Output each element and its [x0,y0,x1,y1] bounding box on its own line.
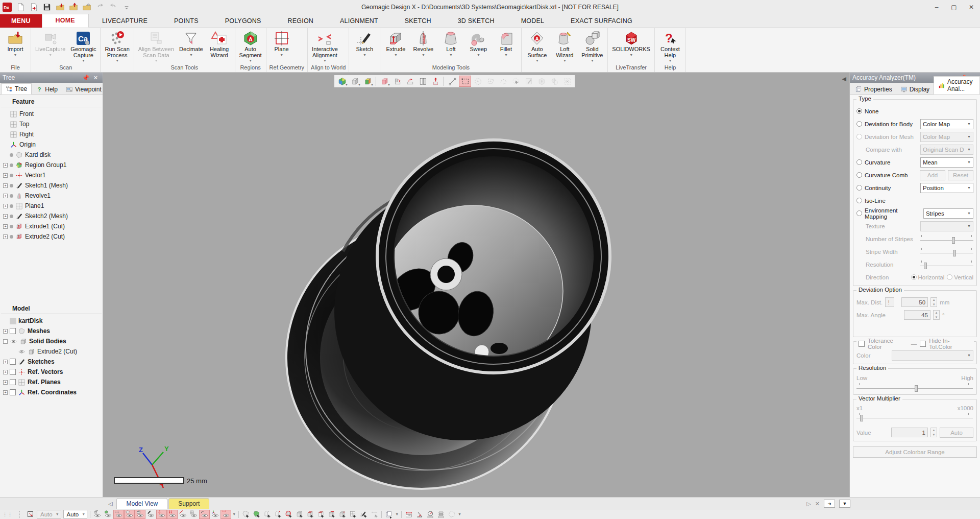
toggle-solid-visibility-button[interactable] [135,510,145,519]
accuracy-panel-tab-properties[interactable]: Properties [851,84,896,95]
dropdown-arrow-icon[interactable]: ▼ [371,83,374,86]
slider[interactable] [920,260,973,270]
minimize-button[interactable]: – [928,1,945,14]
close-icon[interactable]: ✕ [91,75,100,81]
dropdown-arrow-icon[interactable]: ▼ [668,59,672,62]
expander-icon[interactable]: + [3,360,8,364]
feature-item-revolve1[interactable]: +Revolve1 [0,191,103,201]
expander-icon[interactable]: + [3,163,8,168]
panel-collapse-arrow[interactable]: ◀ [842,76,846,82]
maximize-button[interactable]: ▢ [945,1,963,14]
measure-distance-button[interactable] [403,510,414,519]
filter-surface-body-button[interactable] [326,510,337,519]
rotate-view-button[interactable] [391,76,403,87]
menu-tab-region[interactable]: REGION [275,15,327,28]
dropdown-arrow-icon[interactable]: ▼ [249,59,252,62]
measure-section-button[interactable] [435,510,446,519]
iso-line-radio[interactable] [856,198,862,203]
align-view-up-button[interactable] [429,76,442,87]
import-settings-icon[interactable] [81,2,92,12]
menu-tab-model[interactable]: MODEL [508,15,557,28]
select-rectangle-button[interactable] [459,76,471,87]
next-view-button[interactable]: ➜ [824,500,835,508]
model-item-ref-vectors[interactable]: +Ref. Vectors [0,367,103,377]
loft-button[interactable]: Loft▼ [437,30,464,57]
dropdown-arrow-icon[interactable]: ▼ [458,512,461,516]
menu-tab-alignment[interactable]: ALIGNMENT [327,15,391,28]
menu-tab-exact-surfacing[interactable]: EXACT SURFACING [557,15,646,28]
plane-button[interactable]: Plane▼ [268,30,295,57]
feature-item-sketch1-mesh-[interactable]: +Sketch1 (Mesh) [0,180,103,191]
environment-mapping-radio[interactable] [856,210,862,216]
menu-tab-polygons[interactable]: POLYGONS [212,15,275,28]
toggle-measurement-visibility-button[interactable] [220,510,231,519]
save-document-icon[interactable] [41,2,53,12]
measure-angle-button[interactable] [414,510,425,519]
measure-mesh-button[interactable] [446,510,457,519]
feature-item-extrude2-cut-[interactable]: +Extrude2 (Cut) [0,231,103,242]
feature-item-kard-disk[interactable]: Kard disk [0,150,103,160]
menu-tab-home[interactable]: HOME [42,14,89,28]
healing-wizard-button[interactable]: Healing Wizard [206,30,233,59]
slider[interactable] [920,234,973,244]
curvature-radio[interactable] [856,159,862,165]
view-tab-model-view[interactable]: Model View [116,498,167,509]
dropdown-arrow-icon[interactable]: ▼ [189,53,193,57]
new-document-icon[interactable] [15,2,26,12]
none-radio[interactable] [856,108,862,114]
run-scan-process-button[interactable]: Run Scan Process▼ [103,30,131,63]
close-button[interactable]: ✕ [963,1,980,14]
menu-tab-livecapture[interactable]: LIVECAPTURE [89,15,161,28]
import-file-icon[interactable] [55,2,66,12]
toggle-refpoint-visibility-button[interactable] [167,510,178,519]
continuity-radio[interactable] [856,185,862,191]
auto-segment-button[interactable]: AAuto Segment▼ [237,30,264,63]
model-item-meshes[interactable]: +Meshes [0,326,103,336]
loft-wizard-button[interactable]: Loft Wizard▼ [551,30,578,63]
rotate-base-view-button[interactable] [404,76,416,87]
dropdown-arrow-icon[interactable]: ▼ [563,59,567,62]
copy-entities-button[interactable] [383,510,394,519]
geomagic-capture-button[interactable]: CaGeomagic Capture▼ [68,30,98,63]
interactive-alignment-button[interactable]: Interactive Alignment▼ [310,30,340,63]
view-body-mode-button[interactable]: ▼ [349,76,361,87]
dropdown-arrow-icon[interactable]: ▼ [232,512,236,516]
slider-handle[interactable] [860,415,863,421]
toggle-refplane-visibility-button[interactable] [188,510,199,519]
feature-item-extrude1-cut-[interactable]: +Extrude1 (Cut) [0,221,103,231]
expander-icon[interactable]: + [3,234,8,239]
menu-tab-menu[interactable]: MENU [0,14,42,28]
feature-item-sketch2-mesh-[interactable]: +Sketch2 (Mesh) [0,211,103,221]
redo-icon[interactable] [108,2,119,12]
slider[interactable] [856,382,973,392]
feature-item-top[interactable]: Top [0,119,103,129]
toolbar-grip[interactable]: ⋮⋮ [3,512,13,517]
toolbar-options-icon[interactable] [121,2,132,12]
model-item-solid-bodies[interactable]: -Solid Bodies [0,336,103,346]
toggle-curve-visibility-button[interactable] [199,510,210,519]
toggle-body-visibility-button[interactable] [92,510,103,519]
deviation-for-body-select[interactable]: Color Map▼ [920,119,973,129]
visibility-checkbox[interactable] [10,369,16,375]
dropdown-arrow-icon[interactable]: ▼ [280,53,283,57]
eye-icon[interactable] [18,348,26,356]
filter-boundary-button[interactable] [283,510,294,519]
toggle-vector-visibility-button[interactable] [156,510,167,519]
select-line-button[interactable] [446,76,458,87]
toggle-mesh-visibility-button[interactable] [124,510,135,519]
extrude-button[interactable]: Extrude▼ [382,30,409,57]
view-region-mode-button[interactable]: ▼ [336,76,348,87]
sketch-button[interactable]: Sketch▼ [351,30,378,57]
view-tab-support[interactable]: Support [168,498,209,509]
curvature-comb-radio[interactable] [856,172,862,178]
split-view-button[interactable] [416,76,429,87]
filter-face-group-button[interactable] [273,510,283,519]
dropdown-arrow-icon[interactable]: ▼ [394,53,398,57]
filter-mesh-button[interactable] [240,510,251,519]
feature-item-front[interactable]: Front [0,109,103,119]
menu-tab-points[interactable]: POINTS [161,15,212,28]
3d-viewport[interactable]: ▼▼▼▼++ ◀ Z Y X 25 mm [103,73,849,497]
sweep-button[interactable]: Sweep▼ [465,30,492,57]
tab-close-icon[interactable]: ✕ [815,501,820,507]
dropdown-arrow-icon[interactable]: ▼ [345,83,348,86]
